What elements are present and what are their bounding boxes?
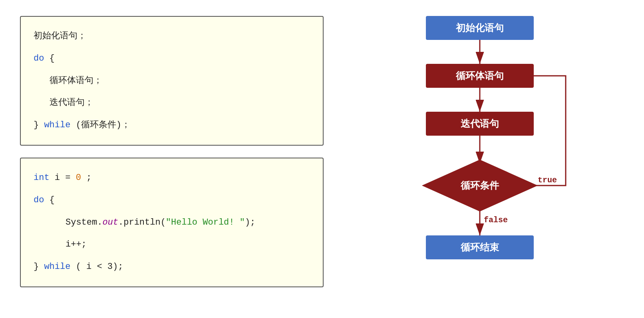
- code-string: "Hello World! ": [166, 217, 245, 227]
- code-text: {: [50, 53, 55, 63]
- code-text: 迭代语句；: [50, 95, 93, 111]
- code-text: (循环条件)；: [76, 120, 130, 130]
- code-line: } while ( i < 3);: [34, 259, 310, 275]
- code-line: 初始化语句；: [34, 28, 310, 45]
- code-line: 循环体语句；: [34, 73, 310, 89]
- code-text: .println(: [118, 217, 166, 227]
- code-line: System.out.println("Hello World! ");: [34, 214, 310, 231]
- code-line: i++;: [34, 236, 310, 253]
- code-line: do {: [34, 50, 310, 67]
- code-text: 初始化语句；: [34, 31, 86, 41]
- code-text: }: [34, 262, 44, 272]
- code-text: ( i < 3);: [76, 262, 123, 272]
- code-text: );: [245, 217, 255, 227]
- flowchart: 初始化语句 循环体语句 迭代语句 循环条件 循环结束 true false: [382, 12, 590, 315]
- left-panel: 初始化语句； do { 循环体语句； 迭代语句； } while (循环条件)；…: [8, 8, 336, 315]
- right-panel: 初始化语句 循环体语句 迭代语句 循环条件 循环结束 true false: [336, 8, 636, 315]
- code-line: } while (循环条件)；: [34, 117, 310, 134]
- code-keyword: while: [44, 262, 70, 272]
- flowchart-node-body: 循环体语句: [426, 64, 534, 88]
- code-line: do {: [34, 192, 310, 209]
- code-text: 循环体语句；: [50, 73, 102, 89]
- code-line: int i = 0 ;: [34, 170, 310, 186]
- code-text: ;: [86, 173, 91, 183]
- code-keyword: int: [34, 173, 50, 183]
- code-text: }: [34, 120, 44, 130]
- code-keyword: do: [34, 53, 44, 63]
- flowchart-node-iter: 迭代语句: [426, 112, 534, 136]
- code-text: i++;: [66, 236, 87, 253]
- code-line: 迭代语句；: [34, 95, 310, 111]
- true-label: true: [538, 176, 557, 185]
- flowchart-node-init: 初始化语句: [426, 16, 534, 40]
- code-keyword: do: [34, 195, 44, 205]
- code-text: {: [50, 195, 55, 205]
- code-box-2: int i = 0 ; do { System.out.println("Hel…: [20, 158, 324, 287]
- code-box-1: 初始化语句； do { 循环体语句； 迭代语句； } while (循环条件)；: [20, 16, 324, 146]
- false-label: false: [484, 215, 508, 225]
- flowchart-node-end: 循环结束: [426, 235, 534, 259]
- code-number: 0: [76, 173, 81, 183]
- code-text: out: [102, 217, 118, 227]
- code-text: System.: [66, 214, 102, 231]
- code-keyword: while: [44, 120, 70, 130]
- code-text: i =: [55, 173, 76, 183]
